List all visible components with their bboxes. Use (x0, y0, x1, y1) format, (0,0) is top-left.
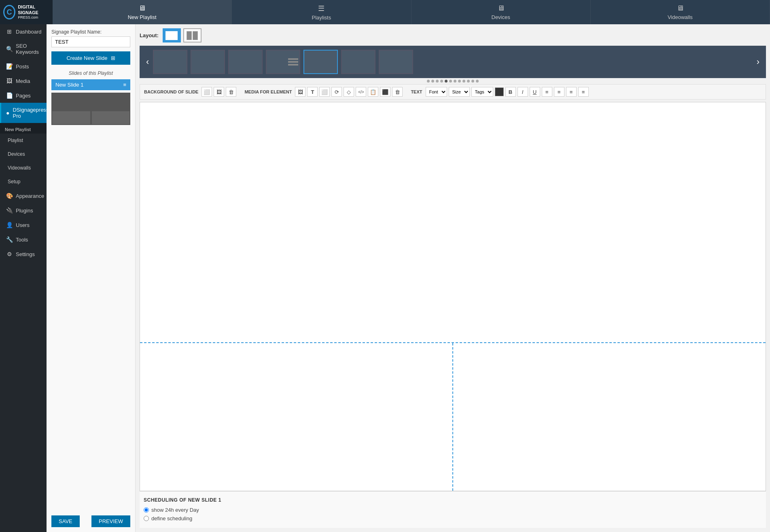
align-center-btn[interactable]: ≡ (554, 87, 564, 97)
carousel-slide-7[interactable] (379, 50, 413, 74)
sidebar-item-posts[interactable]: 📝 Posts (0, 59, 47, 74)
dot-2[interactable] (431, 80, 434, 83)
layout-option-2[interactable] (183, 28, 202, 42)
create-slide-button[interactable]: Create New Slide ⊞ (51, 51, 130, 65)
dot-7[interactable] (454, 80, 456, 83)
canvas-bottom-right[interactable] (453, 343, 766, 491)
sidebar-item-tools[interactable]: 🔧 Tools (0, 232, 47, 247)
layout-label: Layout: (140, 32, 159, 38)
radio-define-label[interactable]: define scheduling (151, 515, 192, 521)
slide-canvas[interactable] (140, 102, 766, 491)
dot-8[interactable] (458, 80, 461, 83)
radio-define-input[interactable] (144, 516, 149, 521)
lo-half-right (193, 31, 198, 40)
dot-5[interactable] (445, 80, 448, 83)
videowalls-icon: 🖥 (677, 4, 684, 13)
sidebar-item-media[interactable]: 🖼 Media (0, 74, 47, 88)
dot-10[interactable] (467, 80, 470, 83)
carousel-slide-3[interactable] (228, 50, 263, 74)
media-refresh-btn[interactable]: ⟳ (331, 87, 342, 97)
sidebar-item-users[interactable]: 👤 Users (0, 218, 47, 232)
bg-toolbar: BACKGROUND OF SLIDE ⬜ 🖼 🗑 (144, 87, 236, 97)
media-toolbar: MEDIA FOR ELEMENT 🖼 T ⬜ ⟳ ◇ </> 📋 ⬛ 🗑 (244, 87, 403, 97)
users-icon: 👤 (6, 222, 13, 228)
carousel-slide-5[interactable] (303, 50, 338, 74)
canvas-bottom-left[interactable] (140, 343, 453, 491)
create-slide-label: Create New Slide (66, 55, 107, 61)
scheduling-title: SCHEDULING OF NEW SLIDE 1 (144, 497, 762, 503)
carousel-next[interactable]: › (754, 57, 762, 67)
tab-playlists[interactable]: ☰ Playlists (232, 0, 411, 24)
thumb-left (52, 111, 90, 124)
media-element-delete-btn[interactable]: 🗑 (392, 87, 403, 97)
sidebar-item-settings[interactable]: ⚙ Settings (0, 247, 47, 261)
playlist-name-input[interactable] (51, 36, 130, 47)
sidebar-item-seo[interactable]: 🔍 SEO Keywords (0, 39, 47, 59)
appearance-icon: 🎨 (6, 193, 13, 199)
save-button[interactable]: SAVE (51, 515, 80, 527)
radio-24h-label[interactable]: show 24h every Day (151, 507, 199, 513)
align-justify-btn[interactable]: ≡ (578, 87, 589, 97)
tab-new-playlist[interactable]: 🖥 New Playlist (53, 0, 232, 24)
tab-devices[interactable]: 🖥 Devices (412, 0, 591, 24)
cs7-col2 (397, 61, 411, 62)
dot-9[interactable] (462, 80, 465, 83)
media-img-btn[interactable]: 🖼 (295, 87, 305, 97)
sidebar-item-setup[interactable]: Setup (0, 175, 47, 189)
sidebar-item-dsignagepress[interactable]: ● DSignagepress Pro (0, 103, 47, 123)
radio-define-scheduling: define scheduling (144, 515, 762, 521)
text-color-btn[interactable] (495, 87, 504, 96)
canvas-top-zone[interactable] (140, 102, 766, 343)
carousel-slide-6[interactable] (341, 50, 375, 74)
sidebar-item-plugins[interactable]: 🔌 Plugins (0, 203, 47, 218)
sidebar-item-videowalls-sub[interactable]: Videowalls (0, 161, 47, 175)
align-right-btn[interactable]: ≡ (566, 87, 577, 97)
bold-btn[interactable]: B (505, 87, 516, 97)
slide-item-menu-icon: ≡ (123, 82, 126, 88)
playlist-name-label: Signage Playlist Name: (51, 29, 130, 35)
slide-list-item[interactable]: New Slide 1 ≡ (51, 79, 130, 90)
italic-btn[interactable]: I (518, 87, 528, 97)
left-panel: Signage Playlist Name: Create New Slide … (47, 24, 136, 532)
media-toolbar-label: MEDIA FOR ELEMENT (244, 89, 292, 94)
media-code-btn[interactable]: </> (356, 87, 366, 97)
sidebar-item-playlist[interactable]: Playlist (0, 134, 47, 147)
playlists-icon: ☰ (318, 4, 325, 13)
media-widget-btn[interactable]: ◇ (344, 87, 354, 97)
bg-color-btn[interactable]: ⬜ (202, 87, 212, 97)
dot-3[interactable] (436, 80, 439, 83)
carousel-prev[interactable]: ‹ (144, 57, 151, 67)
carousel-slide-1[interactable] (153, 50, 187, 74)
bg-delete-btn[interactable]: 🗑 (226, 87, 236, 97)
seo-icon: 🔍 (6, 46, 13, 52)
sidebar-item-devices-sub[interactable]: Devices (0, 147, 47, 161)
sidebar-label-dashboard: Dashboard (16, 29, 42, 35)
media-element-bg-btn[interactable]: ⬛ (380, 87, 390, 97)
align-left-btn[interactable]: ≡ (542, 87, 552, 97)
underline-btn[interactable]: U (530, 87, 540, 97)
layout-option-1[interactable] (163, 28, 181, 42)
dot-11[interactable] (471, 80, 474, 83)
dot-6[interactable] (449, 80, 452, 83)
content-area: Signage Playlist Name: Create New Slide … (47, 24, 770, 532)
sidebar-label-users: Users (16, 222, 30, 228)
dot-1[interactable] (427, 80, 430, 83)
sidebar-item-pages[interactable]: 📄 Pages (0, 88, 47, 103)
tab-videowalls[interactable]: 🖥 Videowalls (591, 0, 770, 24)
radio-24h-input[interactable] (144, 507, 149, 513)
sidebar-label-appearance: Appearance (16, 193, 44, 199)
media-shape-btn[interactable]: ⬜ (319, 87, 330, 97)
sidebar-item-dashboard[interactable]: ⊞ Dashboard (0, 24, 47, 39)
dot-4[interactable] (440, 80, 443, 83)
carousel-slide-4[interactable] (266, 50, 300, 74)
font-select[interactable]: Font (426, 87, 447, 97)
dot-12[interactable] (476, 80, 479, 83)
tags-select[interactable]: Tags (471, 87, 493, 97)
preview-button[interactable]: PREVIEW (91, 515, 130, 527)
sidebar-item-appearance[interactable]: 🎨 Appearance (0, 189, 47, 203)
carousel-slide-2[interactable] (191, 50, 225, 74)
size-select[interactable]: Size (449, 87, 470, 97)
media-text-btn[interactable]: T (307, 87, 318, 97)
bg-image-btn[interactable]: 🖼 (214, 87, 224, 97)
media-copy-btn[interactable]: 📋 (368, 87, 378, 97)
